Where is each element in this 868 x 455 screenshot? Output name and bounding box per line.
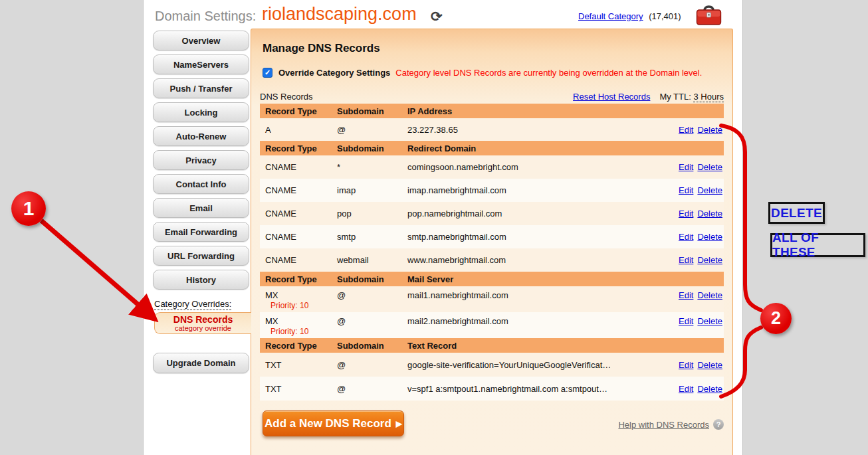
reset-host-records-link[interactable]: Reset Host Records — [573, 92, 650, 102]
subdomain-cell: smtp — [337, 232, 407, 242]
delete-link[interactable]: Delete — [697, 185, 722, 195]
delete-link[interactable]: Delete — [697, 232, 722, 242]
header-value: Mail Server — [407, 274, 663, 284]
subdomain-cell: @ — [337, 384, 407, 394]
all-of-these-annotation-label: ALL OF THESE — [770, 233, 865, 257]
ttl-value[interactable]: 3 Hours — [693, 92, 724, 102]
sidebar-item-locking[interactable]: Locking — [153, 102, 249, 122]
record-type-value: TXT — [265, 384, 337, 394]
delete-link[interactable]: Delete — [697, 316, 722, 326]
subdomain-cell: pop — [337, 209, 407, 219]
add-dns-record-label: Add a New DNS Record — [265, 417, 391, 430]
delete-link[interactable]: Delete — [697, 125, 722, 135]
header-value: IP Address — [407, 106, 663, 116]
record-type-value: TXT — [265, 360, 337, 370]
sidebar-item-overview[interactable]: Overview — [153, 31, 249, 50]
toolbox-icon[interactable] — [696, 5, 722, 26]
row-actions: EditDelete — [663, 384, 724, 394]
row-actions: EditDelete — [663, 232, 724, 242]
help-dns-records-link[interactable]: Help with DNS Records — [618, 420, 709, 430]
delete-link[interactable]: Delete — [697, 290, 722, 300]
table-row: MXPriority: 10@mail2.namebrightmail.comE… — [260, 312, 724, 338]
header-record-type: Record Type — [260, 341, 337, 351]
record-value-cell: mail2.namebrightmail.com — [407, 316, 663, 326]
add-dns-record-button[interactable]: Add a New DNS Record ▶ — [263, 410, 404, 436]
record-type-cell: CNAME — [260, 232, 337, 242]
sidebar-item-email-forwarding[interactable]: Email Forwarding — [153, 222, 249, 242]
subdomain-cell: webmail — [337, 255, 407, 265]
header-subdomain: Subdomain — [337, 341, 407, 351]
delete-link[interactable]: Delete — [697, 384, 722, 394]
record-value-cell: google-site-verification=YourUniqueGoogl… — [407, 360, 663, 370]
subdomain-cell: imap — [337, 185, 407, 195]
record-type-value: CNAME — [265, 255, 337, 265]
delete-link[interactable]: Delete — [697, 162, 722, 172]
table-row: A@23.227.38.65EditDelete — [260, 118, 724, 141]
record-type-value: CNAME — [265, 162, 337, 172]
record-value-cell: pop.namebrightmail.com — [407, 209, 663, 219]
header-subdomain: Subdomain — [337, 143, 407, 153]
page: Domain Settings: riolandscaping.com ⟳ De… — [0, 0, 868, 455]
edit-link[interactable]: Edit — [679, 384, 693, 394]
record-type-value: CNAME — [265, 232, 337, 242]
sidebar-item-contact-info[interactable]: Contact Info — [153, 174, 249, 194]
header-right: Default Category (17,401) — [578, 11, 695, 21]
arrow-right-icon: ▶ — [396, 419, 402, 428]
record-type-value: MX — [265, 290, 337, 300]
record-type-cell: CNAME — [260, 185, 337, 195]
delete-annotation-label: DELETE — [768, 202, 825, 224]
edit-link[interactable]: Edit — [679, 360, 693, 370]
edit-link[interactable]: Edit — [679, 125, 693, 135]
dns-records-tab-sublabel: category override — [175, 324, 231, 332]
subdomain-cell: @ — [337, 125, 407, 135]
upgrade-domain-button[interactable]: Upgrade Domain — [153, 353, 249, 373]
ttl-label: My TTL: — [659, 92, 691, 102]
record-type-cell: MXPriority: 10 — [260, 290, 337, 310]
sidebar-item-dns-records-active[interactable]: DNS Records category override — [154, 312, 251, 334]
header-subdomain: Subdomain — [337, 274, 407, 284]
edit-link[interactable]: Edit — [679, 232, 693, 242]
sidebar-item-privacy[interactable]: Privacy — [153, 150, 249, 170]
default-category-link[interactable]: Default Category — [578, 11, 643, 21]
sidebar-item-push-transfer[interactable]: Push / Transfer — [153, 78, 249, 98]
record-type-value: A — [265, 125, 337, 135]
row-actions: EditDelete — [663, 162, 724, 172]
edit-link[interactable]: Edit — [679, 316, 693, 326]
refresh-icon[interactable]: ⟳ — [431, 9, 443, 25]
sidebar-item-history[interactable]: History — [153, 270, 249, 290]
record-type-cell: A — [260, 125, 337, 135]
edit-link[interactable]: Edit — [679, 255, 693, 265]
question-mark-icon[interactable]: ? — [713, 419, 724, 430]
table-row: TXT@v=spf1 a:smtpout1.namebrightmail.com… — [260, 377, 724, 401]
subdomain-cell: @ — [337, 290, 407, 300]
delete-link[interactable]: Delete — [697, 255, 722, 265]
delete-link[interactable]: Delete — [697, 360, 722, 370]
row-actions: EditDelete — [663, 125, 724, 135]
record-type-cell: MXPriority: 10 — [260, 316, 337, 336]
override-checkbox[interactable]: ✓ — [263, 68, 272, 78]
override-notice: Category level DNS Records are currently… — [395, 68, 702, 78]
edit-link[interactable]: Edit — [679, 185, 693, 195]
table-row: TXT@google-site-verification=YourUniqueG… — [260, 353, 724, 377]
edit-link[interactable]: Edit — [679, 209, 693, 219]
table-section-header: Record TypeSubdomainText Record — [260, 338, 724, 353]
table-row: CNAME*comingsoon.namebright.comEditDelet… — [260, 155, 724, 179]
record-value-cell: imap.namebrightmail.com — [407, 185, 663, 195]
record-value-cell: v=spf1 a:smtpout1.namebrightmail.com a:s… — [407, 384, 663, 394]
delete-link[interactable]: Delete — [697, 209, 722, 219]
sidebar-item-email[interactable]: Email — [153, 198, 249, 218]
sidebar-item-auto-renew[interactable]: Auto-Renew — [153, 126, 249, 146]
header-subdomain: Subdomain — [337, 106, 407, 116]
row-actions: EditDelete — [663, 316, 724, 326]
sidebar-item-nameservers[interactable]: NameServers — [153, 54, 249, 74]
record-type-value: MX — [265, 316, 337, 326]
page-title-label: Domain Settings: — [155, 9, 256, 24]
record-type-cell: TXT — [260, 360, 337, 370]
header-value: Redirect Domain — [407, 143, 663, 153]
table-toolbar: DNS Records Reset Host Records My TTL: 3… — [260, 92, 724, 102]
sidebar-item-url-forwarding[interactable]: URL Forwarding — [153, 246, 249, 266]
table-section-header: Record TypeSubdomainMail Server — [260, 272, 724, 286]
edit-link[interactable]: Edit — [679, 162, 693, 172]
table-label: DNS Records — [260, 92, 312, 102]
edit-link[interactable]: Edit — [679, 290, 693, 300]
